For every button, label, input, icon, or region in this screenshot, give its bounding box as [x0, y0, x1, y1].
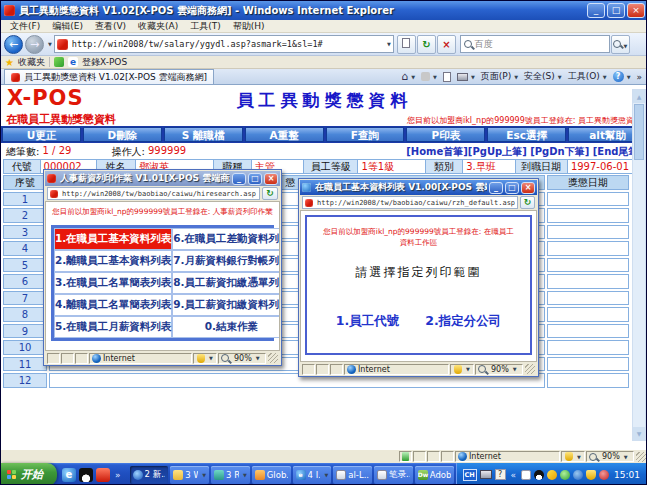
field-value-category[interactable]: 3.早班 [463, 159, 515, 174]
menu-item-resigned-employee-list[interactable]: 2.離職員工基本資料列表 [54, 250, 172, 272]
history-dropdown-icon[interactable]: ▼ [48, 41, 52, 47]
table-cell-date[interactable] [547, 340, 629, 355]
popup1-close-button[interactable]: × [264, 173, 278, 185]
option-employee-code[interactable]: 1.員工代號 [336, 313, 399, 330]
refresh-button[interactable]: ↻ [417, 35, 436, 54]
star-tray-icon[interactable] [547, 470, 557, 480]
table-row-seq[interactable]: 6 [3, 274, 47, 289]
page-scrollbar[interactable]: ▲ ▼ [632, 89, 646, 441]
table-cell-date[interactable] [547, 258, 629, 273]
tab-active[interactable]: 員工異動獎懲資料 V1.02[X-POS 雲端商務網] [4, 69, 214, 84]
popup2-address-input[interactable]: http://win2008/tw/baobiao/caiwu/rzh_defa… [302, 196, 518, 209]
popup2-maximize-button[interactable]: □ [505, 182, 519, 194]
popup1-address-input[interactable]: http://win2008/tw/baobiao/caiwu/hiresear… [47, 187, 260, 200]
safety-menu-button[interactable]: 安全(S)▼ [524, 70, 562, 83]
qq-tray-icon[interactable] [534, 470, 544, 480]
table-row-seq[interactable]: 8 [3, 307, 47, 322]
menu-item-active-roster-list[interactable]: 3.在職員工名單簡表列表 [54, 272, 172, 294]
task-button-group[interactable]: 3 R...▼ [211, 466, 250, 484]
clock[interactable]: 15:01 [614, 470, 640, 480]
table-row-seq[interactable]: 9 [3, 324, 47, 339]
table-cell-date[interactable] [547, 307, 629, 322]
table-cell-date[interactable] [547, 324, 629, 339]
add-favorite-icon[interactable] [54, 57, 64, 67]
compatibility-view-button[interactable] [397, 35, 416, 54]
table-cell-date[interactable] [547, 241, 629, 256]
print-button[interactable]: ▼ [457, 73, 475, 81]
table-cell-date[interactable] [547, 225, 629, 240]
favorites-link-xpos[interactable]: 登錄X-POS [82, 56, 127, 69]
menu-item-attendance-list[interactable]: 6.在職員工差勤資料列表 [172, 228, 280, 250]
menu-tools[interactable]: 工具(T) [185, 20, 226, 33]
messenger-tray-icon[interactable] [573, 470, 583, 480]
table-row-seq[interactable]: 7 [3, 291, 47, 306]
table-cell-date[interactable] [547, 291, 629, 306]
protected-mode-cell[interactable]: ▼ [450, 364, 474, 375]
resize-grip[interactable] [268, 353, 278, 363]
menu-item-withholding-data-list[interactable]: 9.員工薪資扣繳資料列表 [172, 294, 280, 316]
task-button-global[interactable]: Glob... [252, 466, 291, 484]
home-button[interactable]: ⌂▼ [401, 70, 415, 83]
zoom-control[interactable]: 90%▼ [475, 364, 523, 375]
menu-edit[interactable]: 编辑(E) [47, 20, 88, 33]
query-button[interactable]: F查詢 [326, 127, 405, 142]
task-button-folder[interactable]: 3 W...▼ [170, 466, 209, 484]
scroll-up-icon[interactable]: ▲ [633, 90, 645, 103]
popup1-maximize-button[interactable]: □ [248, 173, 262, 185]
print-report-button[interactable]: P印表 [406, 127, 485, 142]
minimize-button[interactable]: _ [587, 3, 605, 18]
zoom-control[interactable]: 90%▼ [218, 353, 266, 364]
task-button-notepad1[interactable]: al-L... [333, 466, 372, 484]
overflow-chevron[interactable]: » [636, 72, 642, 82]
table-row-seq[interactable]: 1 [3, 192, 47, 207]
feeds-button[interactable]: ▼ [421, 72, 437, 81]
help-button[interactable]: ?▼ [613, 71, 631, 82]
back-button[interactable]: ← [4, 35, 23, 54]
table-cell-date[interactable] [547, 357, 629, 372]
read-mail-button[interactable] [443, 72, 451, 82]
help-tray-icon[interactable]: ? [495, 469, 506, 480]
table-row-seq[interactable]: 2 [3, 208, 47, 223]
update-button[interactable]: U更正 [2, 127, 81, 142]
task-button-new[interactable]: 2 新... [130, 466, 169, 484]
stop-button[interactable]: × [437, 35, 456, 54]
popup1-minimize-button[interactable]: _ [232, 173, 246, 185]
field-value-grade[interactable]: 1等1級 [358, 159, 425, 174]
menu-item-resigned-roster-list[interactable]: 4.離職員工名單簡表列表 [54, 294, 172, 316]
table-row-seq[interactable]: 4 [3, 241, 47, 256]
delete-button[interactable]: D刪除 [83, 127, 162, 142]
table-row-seq[interactable]: 12 [3, 373, 47, 388]
table-row-seq[interactable]: 11 [3, 357, 47, 372]
esc-select-button[interactable]: Esc選擇 [487, 127, 566, 142]
table-row-seq[interactable]: 5 [3, 258, 47, 273]
rebuild-button[interactable]: A重整 [245, 127, 324, 142]
favorites-star-icon[interactable]: ★ [5, 57, 14, 68]
quicklaunch-chevron[interactable]: » [113, 470, 123, 480]
menu-item-bank-reconcile-list[interactable]: 7.月薪資料銀行對帳列表 [172, 250, 280, 272]
protected-mode-cell[interactable]: ▼ [193, 353, 217, 364]
menu-item-exit[interactable]: 0.結束作業 [172, 316, 280, 338]
popup2-close-button[interactable]: × [521, 182, 535, 194]
scrollbar-thumb[interactable] [634, 104, 644, 160]
close-button[interactable]: × [627, 3, 645, 18]
table-cell-date[interactable] [547, 208, 629, 223]
search-options-button[interactable]: ▼ [611, 35, 630, 54]
security-shield-tray-icon[interactable] [586, 470, 596, 480]
qq-quicklaunch-icon[interactable] [79, 468, 93, 482]
resign-file-button[interactable]: S 離職檔 [164, 127, 243, 142]
menu-favorites[interactable]: 收藏夹(A) [133, 20, 183, 33]
ie-quicklaunch-icon[interactable]: e [62, 468, 76, 482]
start-button[interactable]: 开始 [1, 463, 57, 485]
favorites-label[interactable]: 收藏夹 [18, 56, 45, 69]
tray-collapse-chevron[interactable]: « [509, 470, 519, 480]
zoom-control[interactable]: 90%▼ [586, 451, 634, 462]
resize-grip[interactable] [636, 452, 646, 462]
table-cell-date[interactable] [547, 373, 629, 388]
antivirus-tray-icon[interactable] [560, 470, 570, 480]
menu-item-active-employee-list[interactable]: 1.在職員工基本資料列表 [54, 228, 172, 250]
menu-help[interactable]: 帮助(H) [228, 20, 270, 33]
mail-quicklaunch-icon[interactable] [96, 468, 110, 482]
popup1-refresh-button[interactable]: ↻ [262, 187, 278, 200]
page-menu-button[interactable]: 页面(P)▼ [481, 70, 518, 83]
task-button-ie-group[interactable]: e4 I...▼ [293, 466, 332, 484]
